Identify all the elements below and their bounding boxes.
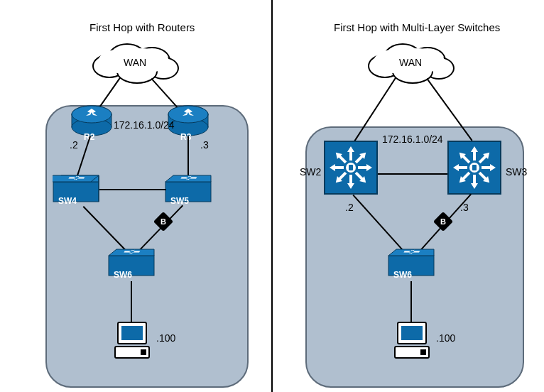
sw3-name: SW3 [506,166,527,178]
left-subnet: 172.16.1.0/24 [114,119,175,131]
block-badge-left: B [156,214,170,229]
diagram-canvas: First Hop with Routers WAN R2 [0,0,544,392]
mls-sw2 [324,141,378,195]
sw5-name: SW5 [170,196,189,206]
link-sw6-pc-right [410,281,412,324]
svg-marker-28 [388,249,434,256]
pc-ip-left: .100 [156,332,175,344]
sw2-name: SW2 [300,166,321,178]
block-badge-right: B [436,214,450,229]
svg-rect-23 [349,165,353,170]
wan-label-left: WAN [124,57,146,68]
mls-sw3 [447,141,501,195]
pc-left [114,321,151,361]
pc-right [393,321,430,361]
sw6-name-right: SW6 [393,270,412,280]
sw4-name: SW4 [58,196,77,206]
wan-cloud-right: WAN [368,41,453,85]
svg-marker-16 [109,249,154,256]
right-title: First Hop with Multi-Layer Switches [334,21,500,33]
left-title: First Hop with Routers [89,21,195,33]
svg-rect-26 [472,165,477,170]
svg-marker-14 [165,175,211,182]
svg-rect-30 [401,326,423,340]
r3-name: R3 [180,132,191,142]
svg-point-3 [72,106,111,123]
link-sw2-sw3 [378,173,447,175]
svg-rect-20 [141,349,146,355]
svg-rect-32 [420,349,426,355]
sw6-name-left: SW6 [114,270,132,280]
r3-ip: .3 [200,139,209,151]
wan-cloud-left: WAN [92,41,178,85]
link-r3-sw5 [187,136,189,179]
block-label-left: B [161,217,166,226]
link-sw6-pc-left [131,281,132,324]
svg-rect-18 [121,326,143,340]
wan-label-right: WAN [399,57,422,68]
svg-marker-12 [53,175,99,182]
right-subnet: 172.16.1.0/24 [382,134,443,145]
sw2-ip: .2 [345,202,354,213]
block-label-right: B [440,217,446,226]
link-sw4-sw5 [99,189,166,190]
r2-ip: .2 [70,139,78,151]
pc-ip-right: .100 [436,332,455,344]
vertical-divider [271,0,273,392]
